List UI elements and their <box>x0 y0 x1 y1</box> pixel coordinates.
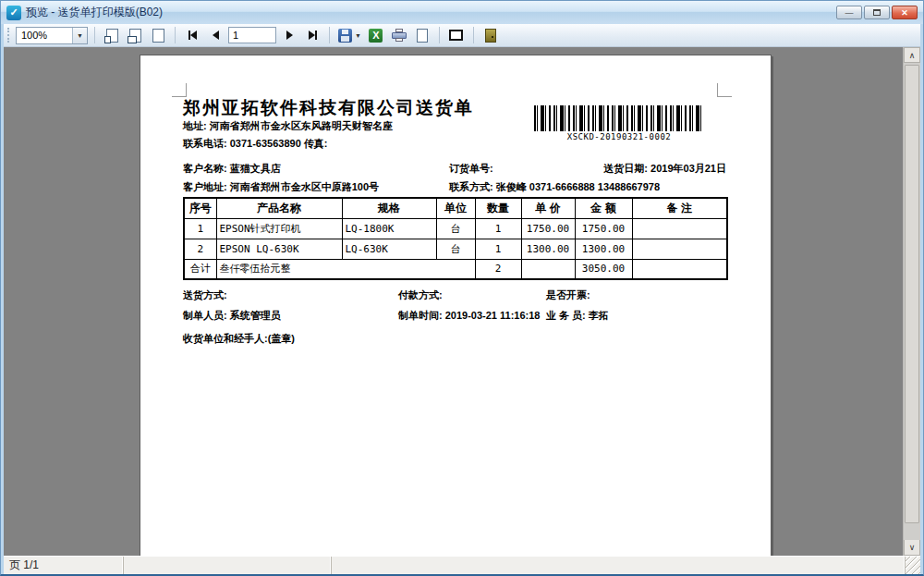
barcode-text: XSCKD-20190321-0002 <box>534 132 704 141</box>
zoom-value: 100% <box>17 30 72 41</box>
barcode-block: XSCKD-20190321-0002 <box>534 105 704 141</box>
chevron-down-icon[interactable]: ▼ <box>72 28 87 43</box>
table-header-row: 序号 产品名称 规格 单位 数量 单 价 金 额 备 注 <box>184 198 727 218</box>
total-remark <box>632 259 727 279</box>
toolbar-separator <box>473 27 474 43</box>
invoice-flag: 是否开票: <box>546 288 590 302</box>
chevron-down-icon[interactable]: ▼ <box>355 32 361 39</box>
cell-seq: 1 <box>184 218 216 239</box>
minimize-button[interactable]: — <box>836 6 862 19</box>
save-icon <box>338 29 352 43</box>
cell-spec: LQ-1800K <box>342 218 436 239</box>
payment-method: 付款方式: <box>398 288 443 302</box>
page-width-icon <box>129 29 141 43</box>
resize-grip[interactable] <box>906 557 920 574</box>
excel-icon: X <box>369 29 383 43</box>
prev-page-button[interactable] <box>205 25 225 45</box>
next-page-icon <box>286 31 293 40</box>
exit-door-icon <box>485 29 496 43</box>
last-page-icon <box>309 31 315 40</box>
col-header: 数量 <box>475 198 521 218</box>
page-number-input[interactable] <box>228 27 276 43</box>
toolbar: 100% ▼ ▼ X <box>4 24 920 47</box>
export-excel-button[interactable]: X <box>366 25 386 45</box>
zoom-combobox[interactable]: 100% ▼ <box>16 27 88 44</box>
blank-page-icon <box>417 29 428 43</box>
save-button[interactable]: ▼ <box>336 25 363 45</box>
cell-qty: 1 <box>475 239 521 259</box>
maximize-icon <box>873 9 881 16</box>
printer-icon <box>392 29 407 42</box>
cell-product: EPSON针式打印机 <box>216 218 342 239</box>
actual-size-button[interactable] <box>148 25 168 45</box>
total-unit-price <box>521 259 575 279</box>
status-bar: 页 1/1 <box>4 556 920 574</box>
total-label: 合计 <box>184 259 216 279</box>
toolbar-separator <box>439 27 440 43</box>
cell-amount: 1750.00 <box>575 218 632 239</box>
document-page: 郑州亚拓软件科技有限公司送货单 XSCKD-20190321-0002 地址: … <box>140 55 772 556</box>
window-title: 预览 - 送货单打印模版(B02) <box>26 5 836 20</box>
salesman: 业 务 员: 李拓 <box>546 309 609 323</box>
order-number: 订货单号: <box>449 162 493 176</box>
last-page-icon <box>315 31 317 40</box>
contact-info: 联系方式: 张俊峰 0371-6666888 13488667978 <box>449 180 660 194</box>
delivery-method: 送货方式: <box>183 289 227 300</box>
col-header: 序号 <box>184 198 216 218</box>
prev-page-icon <box>213 31 219 40</box>
receiver-signature-line: 收货单位和经手人:(盖章) <box>183 333 295 344</box>
company-phone: 联系电话: 0371-63563890 传真: <box>183 137 328 151</box>
cell-price: 1300.00 <box>521 239 575 259</box>
title-bar: ✓ 预览 - 送货单打印模版(B02) — ✕ <box>1 1 923 24</box>
col-header: 金 额 <box>575 198 632 218</box>
print-button[interactable] <box>389 25 409 45</box>
margins-button[interactable] <box>446 25 467 45</box>
toolbar-separator <box>329 27 330 43</box>
company-address: 地址: 河南省郑州市金水区东风路明天财智名座 <box>183 119 393 133</box>
whole-page-icon <box>106 29 118 43</box>
cell-product: EPSON LQ-630K <box>216 239 342 259</box>
col-header: 规格 <box>342 198 436 218</box>
first-page-button[interactable] <box>182 25 202 45</box>
page-setup-button[interactable] <box>412 25 432 45</box>
table-row: 2 EPSON LQ-630K LQ-630K 台 1 1300.00 1300… <box>184 239 727 259</box>
scrollbar-track[interactable] <box>904 63 920 540</box>
page-width-button[interactable] <box>125 25 145 45</box>
cell-spec: LQ-630K <box>342 239 436 259</box>
make-time: 制单时间: 2019-03-21 11:16:18 <box>398 309 540 323</box>
preview-area: 郑州亚拓软件科技有限公司送货单 XSCKD-20190321-0002 地址: … <box>4 47 903 556</box>
barcode-image <box>534 105 704 131</box>
maximize-button[interactable] <box>864 6 890 19</box>
app-logo-icon: ✓ <box>6 6 21 20</box>
items-table: 序号 产品名称 规格 单位 数量 单 价 金 额 备 注 1 <box>183 197 728 280</box>
close-button[interactable]: ✕ <box>892 6 918 19</box>
cell-seq: 2 <box>184 239 216 259</box>
scroll-down-button[interactable]: ∨ <box>904 540 920 556</box>
page-status: 页 1/1 <box>4 557 124 574</box>
cell-remark <box>632 218 727 239</box>
last-page-button[interactable] <box>302 25 322 45</box>
margin-corner-mark <box>717 83 732 97</box>
margin-corner-mark <box>172 83 187 97</box>
table-total-row: 合计 叁仟零伍拾元整 2 3050.00 <box>184 259 727 279</box>
delivery-date: 送货日期: 2019年03月21日 <box>603 162 726 176</box>
col-header: 单位 <box>436 198 475 218</box>
cell-price: 1750.00 <box>521 218 575 239</box>
whole-page-button[interactable] <box>102 25 122 45</box>
toolbar-separator <box>94 27 95 43</box>
first-page-icon <box>190 31 197 40</box>
maker-name: 制单人员: 系统管理员 <box>183 310 281 321</box>
company-title: 郑州亚拓软件科技有限公司送货单 <box>183 96 474 120</box>
status-panel <box>124 557 332 574</box>
scrollbar-thumb[interactable] <box>905 65 919 523</box>
margin-box-icon <box>449 30 463 41</box>
exit-button[interactable] <box>480 25 501 45</box>
col-header: 备 注 <box>632 198 727 218</box>
vertical-scrollbar[interactable]: ∧ ∨ <box>903 47 920 556</box>
cell-unit: 台 <box>436 218 475 239</box>
next-page-button[interactable] <box>279 25 299 45</box>
cell-amount: 1300.00 <box>575 239 632 259</box>
customer-name: 客户名称: 蓝猫文具店 <box>183 163 281 174</box>
scroll-up-button[interactable]: ∧ <box>904 47 920 63</box>
cell-unit: 台 <box>436 239 475 259</box>
